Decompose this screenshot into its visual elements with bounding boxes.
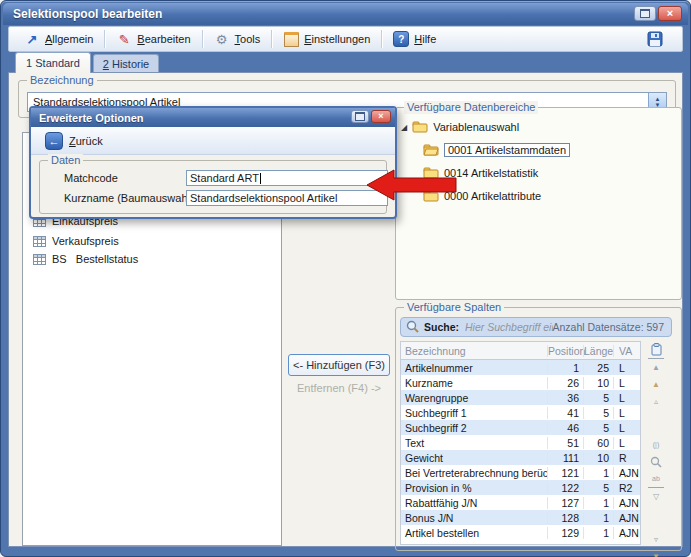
- search-label: Suche:: [424, 321, 459, 333]
- tree-item-label: 0000 Artikelattribute: [444, 190, 541, 202]
- record-count: Anzahl Datensätze: 597: [553, 321, 665, 333]
- einstellungen-icon: [283, 31, 299, 47]
- table-row[interactable]: Text5160L: [401, 435, 640, 450]
- back-button-label: Zurück: [69, 135, 103, 147]
- folder-icon: [412, 121, 428, 133]
- table-row[interactable]: Artikel bestellen1291AJN: [401, 525, 640, 540]
- search-bar[interactable]: Suche: Hier Suchbegriff eing Anzahl Date…: [400, 317, 672, 337]
- table-search-icon[interactable]: [648, 453, 664, 470]
- toolbar-einstellungen[interactable]: Einstellungen: [274, 28, 379, 50]
- step-down-icon[interactable]: ▿: [648, 531, 664, 548]
- move-down-icon[interactable]: ▼: [648, 548, 664, 557]
- table-row[interactable]: Gewicht11110R: [401, 450, 640, 465]
- folder-open-icon: [423, 144, 439, 156]
- tab-historie[interactable]: 2 Historie: [93, 54, 159, 73]
- tab-historie-label: 2 Historie: [103, 58, 149, 70]
- toolbar-hilfe[interactable]: ? Hilfe: [384, 28, 445, 50]
- table-row[interactable]: Kurzname2610L: [401, 375, 640, 390]
- expander-icon[interactable]: ◢: [401, 123, 407, 132]
- toolbar-separator: [104, 30, 105, 48]
- table-row[interactable]: Bonus J/N1281AJN: [401, 510, 640, 525]
- remove-button-label: Entfernen (F4) ->: [297, 382, 381, 394]
- kurzname-value: Standardselektionspool Artikel: [190, 192, 337, 204]
- toolbar-allgemein[interactable]: ↗ Allgemein: [15, 28, 102, 50]
- daten-label: Daten: [48, 154, 83, 167]
- filter-icon[interactable]: ▽: [648, 488, 664, 505]
- hilfe-icon: ?: [393, 31, 409, 47]
- add-button[interactable]: <- Hinzufügen (F3): [288, 354, 390, 376]
- table-side-toolbar: ▲ ▲ ▵ (|) ab ▽ ▿ ▼ ▼: [646, 341, 666, 557]
- allgemein-icon: ↗: [24, 31, 40, 47]
- spalten-group: Verfügbare Spalten Suche: Hier Suchbegri…: [395, 307, 682, 551]
- save-button[interactable]: [638, 28, 672, 50]
- matchcode-value: Standard ART: [190, 172, 259, 184]
- toolbar-hilfe-label: Hilfe: [414, 33, 436, 45]
- kurzname-label: Kurzname (Baumauswahl): [64, 192, 194, 204]
- toolbar-separator: [271, 30, 272, 48]
- restore-button[interactable]: [634, 6, 656, 21]
- header-laenge[interactable]: Länge: [583, 345, 613, 357]
- add-button-label: <- Hinzufügen (F3): [293, 359, 385, 371]
- dialog-title: Erweiterte Optionen: [39, 112, 144, 124]
- remove-button: Entfernen (F4) ->: [286, 382, 392, 394]
- tools-icon: ⚙: [214, 31, 230, 47]
- tree-item-label: Variablenauswahl: [433, 121, 519, 133]
- list-item-label: BS Bestellstatus: [52, 253, 138, 265]
- header-bezeichnung[interactable]: Bezeichnung: [401, 345, 547, 357]
- list-item-label: Verkaufspreis: [52, 235, 119, 247]
- toolbar-bearbeiten-label: Bearbeiten: [137, 33, 190, 45]
- table-row[interactable]: Suchbegriff 1415L: [401, 405, 640, 420]
- table-row[interactable]: Warengruppe365L: [401, 390, 640, 405]
- dialog-close-button[interactable]: ×: [371, 110, 391, 123]
- header-position[interactable]: Position: [547, 345, 583, 357]
- matchcode-input[interactable]: Standard ART: [186, 170, 388, 186]
- tree-item-variablenauswahl[interactable]: ◢ Variablenauswahl: [401, 118, 519, 136]
- close-icon: ×: [378, 112, 383, 121]
- back-button[interactable]: ← Zurück: [39, 130, 109, 152]
- red-callout-arrow: [367, 168, 457, 202]
- list-item[interactable]: BS Bestellstatus: [33, 251, 138, 267]
- tree-item-artikelstammdaten[interactable]: 0001 Artikelstammdaten: [423, 141, 570, 159]
- window-title: Selektionspool bearbeiten: [13, 7, 162, 21]
- close-icon: ×: [667, 8, 673, 19]
- text-caret: [260, 173, 261, 184]
- table-row[interactable]: Artikelnummer125L: [401, 360, 640, 375]
- daten-group: Daten Matchcode Standard ART Kurzname (B…: [39, 160, 387, 214]
- matchcode-label: Matchcode: [64, 172, 118, 184]
- datenbereiche-group: Verfügbare Datenbereiche ◢ Variablenausw…: [395, 107, 682, 300]
- column-select-icon[interactable]: (|): [648, 436, 664, 453]
- table-row[interactable]: Bei Vertreterabrechnung berücksichtige12…: [401, 465, 640, 480]
- toolbar-tools[interactable]: ⚙ Tools: [205, 28, 270, 50]
- back-icon: ←: [45, 132, 63, 150]
- columns-table[interactable]: Bezeichnung Position Länge VA Artikelnum…: [400, 341, 641, 545]
- tree-item-label: 0001 Artikelstammdaten: [444, 143, 570, 157]
- dialog-titlebar: Erweiterte Optionen ×: [31, 108, 395, 127]
- move-up-icon[interactable]: ▲: [648, 376, 664, 393]
- table-row[interactable]: Provision in %1225R2: [401, 480, 640, 495]
- kurzname-input[interactable]: Standardselektionspool Artikel: [186, 190, 388, 206]
- table-icon: [33, 254, 46, 265]
- table-row[interactable]: Suchbegriff 2465L: [401, 420, 640, 435]
- copy-icon[interactable]: [648, 341, 664, 358]
- table-header[interactable]: Bezeichnung Position Länge VA: [401, 342, 640, 360]
- toolbar-tools-label: Tools: [235, 33, 261, 45]
- tab-standard[interactable]: 1 Standard: [15, 52, 91, 73]
- main-toolbar: ↗ Allgemein ✎ Bearbeiten ⚙ Tools Einstel…: [8, 26, 683, 52]
- scroll-to-top-icon[interactable]: ▲: [648, 358, 664, 376]
- table-icon: [33, 236, 46, 247]
- list-item[interactable]: Verkaufspreis: [33, 233, 119, 249]
- table-row[interactable]: Rabattfähig J/N1271AJN: [401, 495, 640, 510]
- toolbar-allgemein-label: Allgemein: [45, 33, 93, 45]
- close-button[interactable]: ×: [658, 6, 682, 21]
- step-up-icon[interactable]: ▵: [648, 393, 664, 410]
- sort-icon[interactable]: ab: [648, 470, 664, 488]
- titlebar: Selektionspool bearbeiten ×: [3, 3, 688, 25]
- save-icon: [647, 31, 663, 47]
- restore-icon: [355, 112, 365, 121]
- toolbar-bearbeiten[interactable]: ✎ Bearbeiten: [107, 28, 199, 50]
- header-va[interactable]: VA: [613, 345, 640, 357]
- bezeichnung-label: Bezeichnung: [27, 74, 97, 87]
- bearbeiten-icon: ✎: [116, 31, 132, 47]
- dialog-restore-button[interactable]: [351, 110, 369, 123]
- toolbar-einstellungen-label: Einstellungen: [304, 33, 370, 45]
